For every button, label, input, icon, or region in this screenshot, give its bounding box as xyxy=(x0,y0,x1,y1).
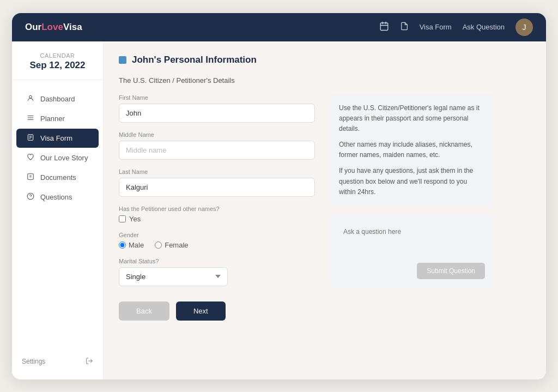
visa-form-icon xyxy=(26,134,35,143)
sidebar-item-planner-label: Planner xyxy=(40,114,65,123)
last-name-input[interactable] xyxy=(119,178,315,197)
questions-icon xyxy=(26,192,35,202)
page-header-icon xyxy=(119,56,126,64)
logout-icon[interactable] xyxy=(86,357,93,366)
sidebar-item-questions[interactable]: Questions xyxy=(16,188,99,207)
sidebar: Calendar Sep 12, 2022 Dashboard Planner xyxy=(12,41,104,379)
first-name-label: First Name xyxy=(119,94,315,101)
sidebar-nav: Dashboard Planner Visa Form xyxy=(12,80,103,353)
form-right: Use the U.S. Citizen/Petitioner's legal … xyxy=(330,94,494,321)
sidebar-item-dashboard[interactable]: Dashboard xyxy=(16,89,99,108)
gender-male-label[interactable]: Male xyxy=(119,241,144,249)
planner-icon xyxy=(26,114,35,123)
marital-status-select[interactable]: Single Married Divorced Widowed xyxy=(119,267,228,286)
sidebar-item-documents-label: Documents xyxy=(40,173,76,182)
first-name-input[interactable] xyxy=(119,104,315,123)
gender-label: Gender xyxy=(119,232,315,238)
marital-status-group: Marital Status? Single Married Divorced … xyxy=(119,258,315,286)
calendar-icon[interactable] xyxy=(379,21,389,33)
page-header: John's Personal Information xyxy=(119,55,531,65)
first-name-group: First Name xyxy=(119,94,315,123)
info-text-3: If you have any questions, just ask them… xyxy=(339,166,485,197)
gender-female-label[interactable]: Female xyxy=(155,241,188,249)
header-right: Visa Form Ask Question J xyxy=(379,19,533,36)
main-content: John's Personal Information The U.S. Cit… xyxy=(104,41,546,379)
svg-point-4 xyxy=(29,95,32,98)
middle-name-input[interactable] xyxy=(119,141,315,160)
gender-group: Gender Male Female xyxy=(119,232,315,249)
question-textarea[interactable] xyxy=(339,224,485,256)
info-text-2: Other names may include aliases, nicknam… xyxy=(339,140,485,160)
gender-female-text: Female xyxy=(165,241,188,249)
other-names-group: Has the Petitioner used other names? Yes xyxy=(119,206,315,223)
section-title: The U.S. Citizen / Petitioner's Details xyxy=(119,76,531,85)
gender-male-text: Male xyxy=(129,241,144,249)
calendar-date: Sep 12, 2022 xyxy=(21,60,94,71)
sidebar-item-visa-form[interactable]: Visa Form xyxy=(16,129,99,148)
gender-radio-row: Male Female xyxy=(119,241,315,249)
sidebar-item-questions-label: Questions xyxy=(40,193,72,201)
svg-rect-0 xyxy=(380,23,388,31)
sidebar-item-visa-form-label: Visa Form xyxy=(40,134,72,142)
calendar-label: Calendar xyxy=(21,52,94,59)
love-story-icon xyxy=(26,153,35,162)
logo-highlight: Love xyxy=(41,22,63,32)
other-names-checkbox-label: Yes xyxy=(129,215,141,223)
gender-male-radio[interactable] xyxy=(119,242,126,249)
svg-point-15 xyxy=(27,193,34,200)
other-names-checkbox-row: Yes xyxy=(119,215,315,223)
sidebar-item-love-story[interactable]: Our Love Story xyxy=(16,148,99,167)
user-avatar[interactable]: J xyxy=(515,19,533,36)
app-container: OurLoveVisa Visa Form Ask Question J Cal… xyxy=(12,13,546,379)
last-name-group: Last Name xyxy=(119,168,315,197)
settings-label[interactable]: Settings xyxy=(22,358,45,365)
form-left: First Name Middle Name Last Name Has the… xyxy=(119,94,315,321)
document-icon[interactable] xyxy=(400,21,409,33)
gender-female-radio[interactable] xyxy=(155,242,162,249)
header: OurLoveVisa Visa Form Ask Question J xyxy=(12,13,546,41)
body: Calendar Sep 12, 2022 Dashboard Planner xyxy=(12,41,546,379)
sidebar-item-love-story-label: Our Love Story xyxy=(40,154,88,162)
middle-name-group: Middle Name xyxy=(119,131,315,160)
page-title: John's Personal Information xyxy=(132,55,257,65)
sidebar-item-documents[interactable]: Documents xyxy=(16,168,99,187)
sidebar-item-dashboard-label: Dashboard xyxy=(40,95,75,103)
other-names-checkbox[interactable] xyxy=(119,215,126,222)
next-button[interactable]: Next xyxy=(176,301,226,321)
logo: OurLoveVisa xyxy=(25,22,82,33)
last-name-label: Last Name xyxy=(119,168,315,175)
visa-form-nav[interactable]: Visa Form xyxy=(420,23,452,31)
info-panel: Use the U.S. Citizen/Petitioner's legal … xyxy=(330,94,494,207)
form-buttons: Back Next xyxy=(119,301,315,321)
form-content: First Name Middle Name Last Name Has the… xyxy=(119,94,531,321)
info-text-1: Use the U.S. Citizen/Petitioner's legal … xyxy=(339,103,485,135)
submit-question-button[interactable]: Submit Question xyxy=(417,263,485,279)
middle-name-label: Middle Name xyxy=(119,131,315,138)
sidebar-item-planner[interactable]: Planner xyxy=(16,109,99,128)
sidebar-calendar: Calendar Sep 12, 2022 xyxy=(12,41,103,80)
documents-icon xyxy=(26,173,35,182)
ask-question-nav[interactable]: Ask Question xyxy=(463,23,505,31)
svg-rect-12 xyxy=(28,173,34,179)
dashboard-icon xyxy=(26,94,35,104)
sidebar-bottom: Settings xyxy=(12,353,103,371)
back-button[interactable]: Back xyxy=(119,301,169,321)
marital-status-label: Marital Status? xyxy=(119,258,315,264)
question-panel: Submit Question xyxy=(330,215,494,288)
other-names-label: Has the Petitioner used other names? xyxy=(119,206,315,212)
